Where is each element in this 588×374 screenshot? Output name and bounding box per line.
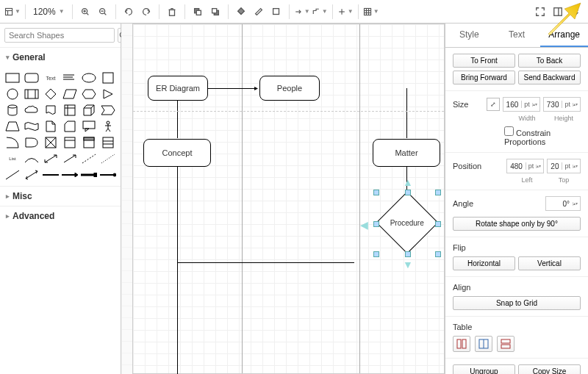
shape-process[interactable]: [24, 87, 40, 101]
shape-bidir-arrow[interactable]: [43, 152, 59, 165]
to-front-button[interactable]: To Front: [453, 54, 515, 68]
fullscreen-button[interactable]: [532, 4, 548, 20]
redo-button[interactable]: [138, 4, 154, 20]
shadow-button[interactable]: [268, 4, 284, 20]
node-er-diagram[interactable]: ER Diagram: [148, 76, 208, 101]
snap-to-grid-button[interactable]: Snap to Grid: [453, 296, 581, 310]
rotate-90-button[interactable]: Rotate shape only by 90°: [453, 217, 581, 231]
svg-rect-38: [25, 90, 38, 98]
shape-square[interactable]: [100, 71, 116, 84]
shape-thick-line-2[interactable]: [62, 168, 78, 181]
tab-style[interactable]: Style: [445, 24, 493, 47]
shape-line[interactable]: [4, 168, 21, 181]
search-shapes-input[interactable]: [4, 28, 115, 43]
waypoint-button[interactable]: ▼: [312, 4, 328, 20]
canvas[interactable]: ▸ ▾ ER Diagram People Concept Matter Pro…: [121, 24, 445, 374]
ungroup-button[interactable]: Ungroup: [453, 364, 515, 374]
width-input[interactable]: 160pt▴▾: [503, 97, 540, 112]
send-backward-button[interactable]: Send Backward: [518, 71, 581, 84]
shape-hexagon[interactable]: [81, 87, 97, 101]
shape-thick-line-1[interactable]: [43, 168, 59, 181]
tab-arrange[interactable]: Arrange: [540, 24, 588, 47]
svg-rect-91: [501, 339, 510, 343]
shape-list-item[interactable]: List: [4, 152, 21, 165]
shape-textbox[interactable]: [62, 71, 78, 84]
top-input[interactable]: 20pt▴▾: [547, 159, 581, 173]
shape-data-store[interactable]: [62, 136, 78, 149]
angle-input[interactable]: 0°▴▾: [545, 196, 581, 211]
copy-size-button[interactable]: Copy Size: [518, 364, 581, 374]
to-front-button[interactable]: [190, 4, 206, 20]
shape-circle[interactable]: [4, 87, 21, 101]
shape-or[interactable]: [43, 136, 59, 149]
shape-arrow[interactable]: [62, 152, 78, 165]
to-back-button[interactable]: [207, 4, 223, 20]
constrain-checkbox[interactable]: [504, 126, 514, 136]
table-button[interactable]: ▼: [363, 4, 379, 20]
shape-curved-line[interactable]: [24, 152, 40, 165]
left-input[interactable]: 480pt▴▾: [506, 159, 544, 173]
shape-rounded-rect[interactable]: [24, 71, 40, 84]
insert-button[interactable]: ▼: [337, 4, 354, 20]
shape-internal-storage[interactable]: [62, 104, 78, 117]
fill-color-button[interactable]: [233, 4, 249, 20]
svg-rect-87: [457, 339, 461, 348]
shape-trapezoid[interactable]: [4, 120, 21, 133]
shape-curve[interactable]: [4, 136, 21, 149]
zoom-in-button[interactable]: [77, 4, 93, 20]
shape-note[interactable]: [43, 120, 59, 133]
section-general[interactable]: General: [0, 47, 121, 67]
shape-cylinder[interactable]: [4, 104, 21, 117]
shape-card[interactable]: [62, 120, 78, 133]
flip-horizontal-button[interactable]: Horizontal: [453, 256, 515, 270]
to-back-button[interactable]: To Back: [518, 54, 581, 68]
node-matter[interactable]: Matter: [373, 139, 440, 167]
view-menu-button[interactable]: ▼: [4, 4, 21, 20]
shape-bidir-thin[interactable]: [24, 168, 40, 181]
connection-button[interactable]: ▼: [294, 4, 310, 20]
tab-text[interactable]: Text: [493, 24, 541, 47]
autosize-button[interactable]: ⤢: [487, 98, 499, 111]
shape-container[interactable]: [81, 136, 97, 149]
shape-rect[interactable]: [4, 71, 21, 84]
shape-cube[interactable]: [81, 104, 97, 117]
table-column-button[interactable]: [475, 336, 492, 352]
delete-button[interactable]: [164, 4, 180, 20]
shape-callout[interactable]: [81, 120, 97, 133]
shape-cloud[interactable]: [24, 104, 40, 117]
shape-and[interactable]: [24, 136, 40, 149]
shape-tape[interactable]: [24, 120, 40, 133]
svg-line-4: [86, 12, 88, 15]
shape-dotted-line[interactable]: [100, 152, 116, 165]
svg-rect-46: [65, 105, 75, 115]
flip-vertical-button[interactable]: Vertical: [518, 256, 581, 270]
section-misc[interactable]: Misc: [0, 186, 121, 206]
shape-ellipse[interactable]: [81, 71, 97, 84]
shape-diamond[interactable]: [43, 87, 59, 101]
node-people[interactable]: People: [259, 76, 320, 101]
table-row-button[interactable]: [497, 336, 514, 352]
zoom-control[interactable]: 120%▼: [30, 7, 68, 17]
shape-parallelogram[interactable]: [62, 87, 78, 101]
selection-handles[interactable]: ▲ ▼ ◀: [376, 192, 439, 255]
bring-forward-button[interactable]: Bring Forward: [453, 71, 515, 84]
shape-document[interactable]: [43, 104, 59, 117]
shape-actor[interactable]: [100, 120, 116, 133]
zoom-out-button[interactable]: [95, 4, 111, 20]
collapse-button[interactable]: [567, 4, 584, 20]
shape-triangle[interactable]: [100, 87, 116, 101]
height-input[interactable]: 730pt▴▾: [543, 97, 581, 112]
shape-dashed-line[interactable]: [81, 152, 97, 165]
format-panel-button[interactable]: [550, 4, 566, 20]
section-advanced[interactable]: Advanced: [0, 206, 121, 226]
shape-thick-line-4[interactable]: [100, 168, 116, 181]
node-concept[interactable]: Concept: [143, 139, 211, 167]
shape-text[interactable]: Text: [43, 71, 59, 84]
table-lane-button[interactable]: [453, 336, 470, 352]
shape-list[interactable]: [100, 136, 116, 149]
shape-step[interactable]: [100, 104, 116, 117]
svg-marker-56: [65, 121, 75, 132]
undo-button[interactable]: [121, 4, 137, 20]
shape-thick-line-3[interactable]: [81, 168, 97, 181]
line-color-button[interactable]: [251, 4, 267, 20]
